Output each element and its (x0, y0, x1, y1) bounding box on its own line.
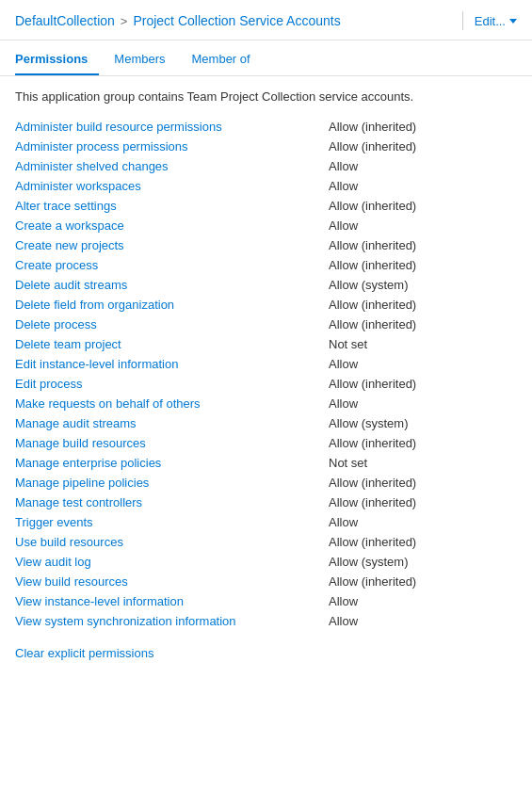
permission-value: Allow (inherited) (329, 317, 517, 331)
permission-value: Allow (329, 594, 517, 608)
tab-member-of[interactable]: Member of (192, 44, 262, 75)
permission-name[interactable]: Create a workspace (15, 218, 329, 233)
permission-row: Create processAllow (inherited) (15, 255, 517, 275)
header-divider (462, 11, 463, 30)
permission-value: Allow (329, 515, 517, 529)
permission-name[interactable]: View instance-level information (15, 594, 329, 608)
permission-row: Manage pipeline policiesAllow (inherited… (15, 473, 517, 493)
permission-value: Allow (inherited) (329, 139, 517, 154)
permission-value: Allow (system) (329, 416, 517, 430)
permission-value: Allow (inherited) (329, 238, 517, 252)
permission-row: View build resourcesAllow (inherited) (15, 572, 517, 591)
permission-value: Allow (inherited) (329, 436, 517, 450)
permission-value: Allow (329, 396, 517, 411)
permission-row: Manage build resourcesAllow (inherited) (15, 433, 517, 453)
clear-explicit-permissions-link[interactable]: Clear explicit permissions (15, 646, 153, 660)
permission-name[interactable]: Administer workspaces (15, 179, 329, 193)
permission-row: Manage test controllersAllow (inherited) (15, 493, 517, 512)
permission-name[interactable]: Delete field from organization (15, 298, 329, 312)
permission-value: Allow (inherited) (329, 495, 517, 509)
permission-value: Allow (inherited) (329, 120, 517, 134)
permission-name[interactable]: Administer process permissions (15, 139, 329, 154)
permission-value: Allow (inherited) (329, 298, 517, 312)
permission-value: Allow (inherited) (329, 377, 517, 391)
permission-value: Allow (329, 218, 517, 233)
permission-name[interactable]: View system synchronization information (15, 614, 329, 628)
permission-value: Allow (inherited) (329, 199, 517, 213)
breadcrumb-current[interactable]: Project Collection Service Accounts (133, 13, 340, 28)
permission-name[interactable]: View audit log (15, 555, 329, 569)
permission-name[interactable]: Manage test controllers (15, 495, 329, 509)
tab-members[interactable]: Members (114, 44, 176, 75)
permission-name[interactable]: Delete team project (15, 337, 329, 351)
permission-row: Create a workspaceAllow (15, 216, 517, 235)
permission-row: Make requests on behalf of othersAllow (15, 394, 517, 413)
permission-value: Allow (329, 357, 517, 371)
permission-name[interactable]: Manage build resources (15, 436, 329, 450)
permissions-list: Administer build resource permissionsAll… (15, 117, 517, 631)
permission-row: Administer build resource permissionsAll… (15, 117, 517, 137)
permission-value: Allow (inherited) (329, 476, 517, 490)
permission-row: Delete audit streamsAllow (system) (15, 275, 517, 295)
permission-row: Delete team projectNot set (15, 334, 517, 354)
permission-name[interactable]: Edit process (15, 377, 329, 391)
edit-button[interactable]: Edit... (475, 14, 517, 28)
permission-row: View system synchronization informationA… (15, 611, 517, 631)
permission-row: Trigger eventsAllow (15, 512, 517, 532)
permission-row: View audit logAllow (system) (15, 552, 517, 572)
breadcrumb-separator: > (121, 14, 128, 28)
permission-row: Administer workspacesAllow (15, 176, 517, 196)
permission-name[interactable]: Make requests on behalf of others (15, 396, 329, 411)
permission-name[interactable]: Edit instance-level information (15, 357, 329, 371)
permission-value: Not set (329, 456, 517, 470)
permission-row: Edit processAllow (inherited) (15, 374, 517, 394)
permission-value: Allow (329, 179, 517, 193)
permission-row: Edit instance-level informationAllow (15, 354, 517, 374)
permission-row: View instance-level informationAllow (15, 591, 517, 611)
permission-name[interactable]: Create new projects (15, 238, 329, 252)
permission-row: Create new projectsAllow (inherited) (15, 235, 517, 255)
permission-row: Delete processAllow (inherited) (15, 315, 517, 334)
permission-row: Administer process permissionsAllow (inh… (15, 137, 517, 156)
permission-row: Delete field from organizationAllow (inh… (15, 295, 517, 315)
permission-value: Allow (inherited) (329, 574, 517, 589)
permission-name[interactable]: Trigger events (15, 515, 329, 529)
breadcrumb: DefaultCollection > Project Collection S… (15, 13, 451, 28)
permission-name[interactable]: View build resources (15, 574, 329, 589)
permission-name[interactable]: Delete process (15, 317, 329, 331)
permission-row: Manage enterprise policiesNot set (15, 453, 517, 473)
permission-value: Allow (inherited) (329, 535, 517, 549)
permission-value: Allow (inherited) (329, 258, 517, 272)
permission-row: Use build resourcesAllow (inherited) (15, 532, 517, 552)
permission-name[interactable]: Manage enterprise policies (15, 456, 329, 470)
permission-value: Allow (system) (329, 278, 517, 292)
permission-row: Manage audit streamsAllow (system) (15, 413, 517, 433)
permission-value: Allow (329, 159, 517, 173)
group-description: This application group contains Team Pro… (15, 89, 517, 104)
permission-value: Allow (329, 614, 517, 628)
permission-name[interactable]: Delete audit streams (15, 278, 329, 292)
tab-permissions[interactable]: Permissions (15, 44, 99, 75)
permission-name[interactable]: Use build resources (15, 535, 329, 549)
main-content: This application group contains Team Pro… (0, 76, 532, 675)
permission-row: Administer shelved changesAllow (15, 156, 517, 176)
permission-name[interactable]: Alter trace settings (15, 199, 329, 213)
permission-name[interactable]: Manage pipeline policies (15, 476, 329, 490)
permission-row: Alter trace settingsAllow (inherited) (15, 196, 517, 216)
chevron-down-icon (509, 19, 517, 24)
permission-name[interactable]: Manage audit streams (15, 416, 329, 430)
permission-name[interactable]: Administer build resource permissions (15, 120, 329, 134)
tabs-bar: Permissions Members Member of (0, 44, 532, 76)
breadcrumb-default[interactable]: DefaultCollection (15, 13, 115, 28)
permission-name[interactable]: Administer shelved changes (15, 159, 329, 173)
permission-value: Not set (329, 337, 517, 351)
edit-label: Edit... (475, 14, 506, 28)
permission-value: Allow (system) (329, 555, 517, 569)
permission-name[interactable]: Create process (15, 258, 329, 272)
page-header: DefaultCollection > Project Collection S… (0, 0, 532, 40)
